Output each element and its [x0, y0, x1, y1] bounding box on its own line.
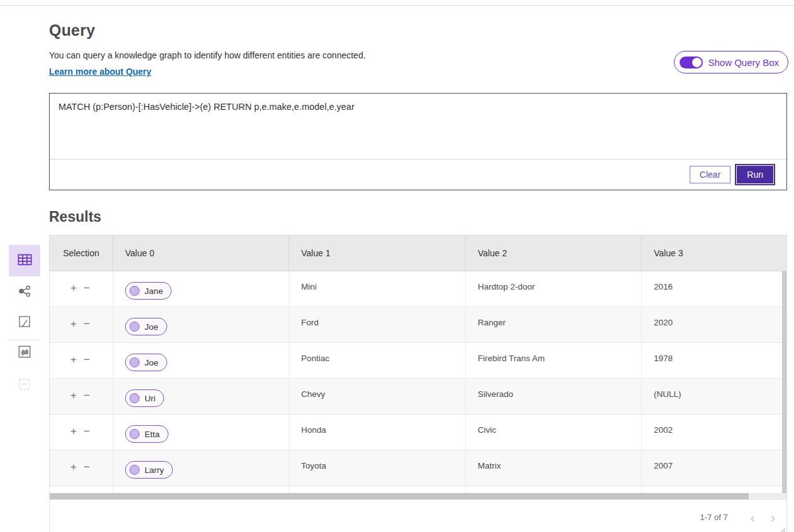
table-view-icon — [16, 251, 33, 270]
row-selection-cell: + − — [50, 379, 113, 414]
toggle-label: Show Query Box — [708, 57, 779, 68]
horizontal-scrollbar-track[interactable] — [50, 493, 786, 499]
table-view-button[interactable] — [9, 245, 40, 276]
table-row-partial — [50, 486, 786, 493]
run-button[interactable]: Run — [737, 166, 773, 183]
scene-view-button[interactable] — [9, 344, 40, 361]
value3-cell: (NULL) — [642, 379, 786, 414]
entity-icon — [130, 393, 140, 403]
remove-from-selection-button[interactable]: − — [84, 427, 90, 436]
table-row: + − Etta Honda Civic 2002 — [50, 415, 786, 450]
value2-cell — [466, 486, 642, 493]
entity-pill[interactable]: Larry — [125, 461, 173, 479]
value1-cell: Chevy — [289, 379, 466, 414]
map-view-icon — [17, 314, 32, 331]
remove-from-selection-button[interactable]: − — [84, 391, 90, 400]
add-to-selection-button[interactable]: + — [70, 320, 77, 328]
remove-from-selection-button[interactable]: − — [84, 356, 90, 364]
value1-cell: Pontiac — [289, 343, 466, 378]
horizontal-scrollbar-thumb[interactable] — [50, 493, 749, 499]
entity-cell: Joe — [113, 343, 289, 378]
value3-cell: 2007 — [642, 450, 786, 486]
entity-label: Etta — [145, 430, 160, 439]
disabled-view-icon — [17, 377, 32, 394]
entity-label: Jane — [145, 286, 163, 296]
value1-cell: Ford — [289, 307, 466, 342]
value2-cell: Firebird Trans Am — [466, 343, 642, 378]
results-table: Selection Value 0 Value 1 Value 2 Value … — [49, 235, 787, 532]
table-body: + − Jane Mini Hardtop 2-door 2016 + − — [50, 271, 786, 493]
entity-label: Joe — [145, 322, 158, 332]
column-header-selection: Selection — [50, 236, 113, 271]
entity-cell: Etta — [113, 415, 289, 450]
query-textarea[interactable]: MATCH (p:Person)-[:HasVehicle]->(e) RETU… — [50, 94, 786, 159]
remove-from-selection-button[interactable]: − — [84, 320, 90, 328]
results-title: Results — [49, 209, 787, 225]
value2-cell: Matrix — [466, 450, 642, 486]
entity-icon — [130, 429, 140, 439]
entity-cell: Jane — [113, 271, 289, 307]
entity-pill[interactable]: Uri — [125, 389, 164, 407]
add-to-selection-button[interactable]: + — [70, 284, 77, 293]
map-view-button[interactable] — [9, 314, 40, 330]
entity-icon — [130, 357, 140, 367]
entity-pill[interactable]: Joe — [125, 318, 167, 335]
row-selection-cell: + − — [50, 307, 113, 342]
entity-cell: Larry — [113, 450, 289, 486]
disabled-view-button[interactable] — [9, 377, 40, 393]
table-row: + − Joe Ford Ranger 2020 — [50, 307, 786, 343]
column-header-value2: Value 2 — [466, 236, 642, 271]
query-box: MATCH (p:Person)-[:HasVehicle]->(e) RETU… — [49, 93, 787, 190]
add-to-selection-button[interactable]: + — [70, 356, 77, 364]
query-actions: Clear Run — [50, 159, 786, 190]
next-page-button[interactable]: › — [768, 511, 778, 524]
row-selection-cell — [50, 486, 113, 493]
entity-cell: Uri — [113, 379, 289, 414]
column-header-value0: Value 0 — [113, 236, 289, 271]
entity-label: Larry — [145, 465, 164, 475]
link-chart-view-button[interactable] — [9, 284, 40, 300]
clear-button[interactable]: Clear — [690, 166, 731, 183]
learn-more-link[interactable]: Learn more about Query — [49, 67, 152, 77]
textarea-resize-handle[interactable] — [778, 526, 786, 532]
entity-icon — [130, 465, 140, 475]
entity-cell: Joe — [113, 307, 289, 342]
table-footer: 1-7 of 7 ‹ › — [50, 499, 786, 532]
table-row: + − Larry Toyota Matrix 2007 — [50, 450, 786, 486]
page-title: Query — [49, 21, 787, 40]
value2-cell: Ranger — [466, 307, 642, 342]
row-selection-cell: + − — [50, 271, 113, 307]
value3-cell: 1978 — [642, 343, 786, 378]
column-header-value3: Value 3 — [642, 236, 786, 271]
previous-page-button[interactable]: ‹ — [748, 511, 758, 524]
value2-cell: Hardtop 2-door — [466, 271, 642, 307]
query-page: Query You can query a knowledge graph to… — [49, 5, 787, 532]
table-row: + − Jane Mini Hardtop 2-door 2016 — [50, 271, 786, 307]
add-to-selection-button[interactable]: + — [70, 391, 77, 400]
value2-cell: Silverado — [466, 379, 642, 414]
row-selection-cell: + − — [50, 450, 113, 486]
entity-icon — [130, 286, 140, 296]
table-row: + − Uri Chevy Silverado (NULL) — [50, 379, 786, 415]
add-to-selection-button[interactable]: + — [70, 463, 77, 472]
vertical-scrollbar[interactable] — [782, 271, 786, 493]
remove-from-selection-button[interactable]: − — [84, 463, 90, 472]
add-to-selection-button[interactable]: + — [70, 427, 77, 436]
entity-pill[interactable]: Jane — [125, 282, 172, 300]
entity-label: Joe — [145, 358, 158, 367]
pagination-range-label: 1-7 of 7 — [700, 513, 728, 522]
remove-from-selection-button[interactable]: − — [84, 284, 90, 293]
link-chart-view-icon — [17, 283, 33, 301]
value2-cell: Civic — [466, 415, 642, 450]
entity-cell — [113, 486, 289, 493]
entity-label: Uri — [145, 394, 155, 403]
value1-cell: Mini — [289, 271, 466, 307]
show-query-box-toggle[interactable]: Show Query Box — [674, 51, 788, 73]
entity-pill[interactable]: Joe — [125, 354, 167, 371]
value1-cell: Toyota — [289, 450, 466, 486]
entity-icon — [130, 322, 140, 332]
entity-pill[interactable]: Etta — [125, 425, 168, 443]
column-header-value1: Value 1 — [289, 236, 466, 271]
value3-cell: 2002 — [642, 415, 786, 450]
value3-cell: 2016 — [642, 271, 786, 307]
